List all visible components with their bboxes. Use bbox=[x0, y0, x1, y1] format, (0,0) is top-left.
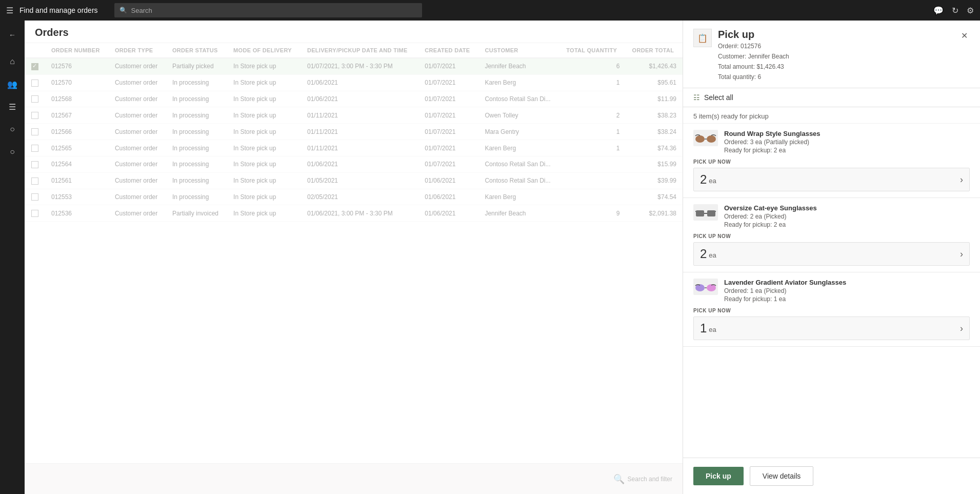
pick-up-label: PICK UP NOW bbox=[693, 308, 970, 313]
qty-chevron-right[interactable]: › bbox=[960, 323, 963, 334]
pick-up-qty-row[interactable]: 1 ea › bbox=[693, 317, 970, 340]
topbar-actions: 💬 ↻ ⚙ bbox=[933, 6, 974, 15]
cell-order-status: In processing bbox=[166, 189, 227, 205]
svg-point-1 bbox=[707, 135, 716, 143]
table-row[interactable]: 012553 Customer order In processing In S… bbox=[25, 189, 683, 205]
col-total-qty[interactable]: TOTAL QUANTITY bbox=[560, 43, 626, 58]
cell-created-date: 01/07/2021 bbox=[418, 91, 478, 107]
table-row[interactable]: 012576 Customer order Partially picked I… bbox=[25, 58, 683, 74]
row-checkbox-cell[interactable] bbox=[25, 172, 45, 189]
cell-order-total: $38.23 bbox=[626, 107, 683, 124]
table-row[interactable]: 012567 Customer order In processing In S… bbox=[25, 107, 683, 124]
cell-customer: Karen Berg bbox=[478, 140, 560, 156]
orders-table-wrapper: ORDER NUMBER ORDER TYPE ORDER STATUS MOD… bbox=[25, 43, 683, 463]
cell-order-type: Customer order bbox=[109, 140, 166, 156]
nav-list[interactable]: ☰ bbox=[2, 96, 23, 117]
cell-order-type: Customer order bbox=[109, 58, 166, 74]
nav-circle1[interactable]: ○ bbox=[2, 119, 23, 140]
nav-circle2[interactable]: ○ bbox=[2, 142, 23, 162]
svg-point-9 bbox=[707, 284, 716, 291]
cell-delivery-mode: In Store pick up bbox=[227, 91, 301, 107]
row-checkbox[interactable] bbox=[31, 95, 38, 103]
row-checkbox[interactable] bbox=[31, 161, 38, 168]
cell-customer: Contoso Retail San Di... bbox=[478, 172, 560, 189]
cell-delivery-date: 01/06/2021 bbox=[301, 74, 418, 91]
qty-chevron-right[interactable]: › bbox=[960, 249, 963, 260]
svg-point-8 bbox=[695, 284, 705, 291]
nav-users[interactable]: 👥 bbox=[2, 74, 23, 94]
row-checkbox-cell[interactable] bbox=[25, 189, 45, 205]
product-item: Lavender Gradient Aviator Sunglasses Ord… bbox=[683, 272, 980, 347]
table-row[interactable]: 012564 Customer order In processing In S… bbox=[25, 156, 683, 172]
col-order-status[interactable]: ORDER STATUS bbox=[166, 43, 227, 58]
row-checkbox[interactable] bbox=[31, 112, 38, 119]
table-row[interactable]: 012568 Customer order In processing In S… bbox=[25, 91, 683, 107]
refresh-icon[interactable]: ↻ bbox=[952, 6, 958, 15]
chat-icon[interactable]: 💬 bbox=[933, 6, 944, 15]
cell-total-qty: 1 bbox=[560, 124, 626, 140]
cell-order-total: $11.99 bbox=[626, 91, 683, 107]
panel-total-qty: Total quantity: 6 bbox=[718, 72, 789, 82]
row-checkbox[interactable] bbox=[31, 80, 38, 87]
col-customer[interactable]: CUSTOMER bbox=[478, 43, 560, 58]
row-checkbox-cell[interactable] bbox=[25, 107, 45, 124]
top-bar: ☰ Find and manage orders 🔍 💬 ↻ ⚙ bbox=[0, 0, 980, 21]
col-order-type[interactable]: ORDER TYPE bbox=[109, 43, 166, 58]
row-checkbox[interactable] bbox=[31, 210, 38, 217]
select-all-header[interactable] bbox=[25, 43, 45, 58]
row-checkbox[interactable] bbox=[31, 193, 38, 201]
row-checkbox[interactable] bbox=[31, 177, 38, 185]
items-ready-label: 5 item(s) ready for pickup bbox=[683, 107, 980, 124]
qty-chevron-right[interactable]: › bbox=[960, 174, 963, 185]
col-order-number[interactable]: ORDER NUMBER bbox=[45, 43, 109, 58]
back-button[interactable]: ← bbox=[2, 25, 23, 45]
row-checkbox-cell[interactable] bbox=[25, 140, 45, 156]
row-checkbox-cell[interactable] bbox=[25, 205, 45, 222]
pick-up-qty-row[interactable]: 2 ea › bbox=[693, 242, 970, 266]
cell-customer: Contoso Retail San Di... bbox=[478, 156, 560, 172]
row-checkbox-cell[interactable] bbox=[25, 74, 45, 91]
col-delivery-date[interactable]: DELIVERY/PICKUP DATE AND TIME bbox=[301, 43, 418, 58]
product-info: Round Wrap Style Sunglasses Ordered: 3 e… bbox=[724, 130, 970, 154]
col-created-date[interactable]: CREATED DATE bbox=[418, 43, 478, 58]
panel-close-button[interactable]: ✕ bbox=[959, 29, 970, 43]
table-row[interactable]: 012570 Customer order In processing In S… bbox=[25, 74, 683, 91]
col-delivery-mode[interactable]: MODE OF DELIVERY bbox=[227, 43, 301, 58]
row-checkbox-cell[interactable] bbox=[25, 156, 45, 172]
pick-up-label: PICK UP NOW bbox=[693, 159, 970, 165]
nav-home[interactable]: ⌂ bbox=[2, 51, 23, 72]
search-input[interactable] bbox=[131, 7, 417, 14]
col-order-total[interactable]: ORDER TOTAL bbox=[626, 43, 683, 58]
cell-total-qty: 1 bbox=[560, 140, 626, 156]
row-checkbox-cell[interactable] bbox=[25, 91, 45, 107]
cell-order-total: $74.36 bbox=[626, 140, 683, 156]
cell-order-status: In processing bbox=[166, 91, 227, 107]
cell-order-number: 012564 bbox=[45, 156, 109, 172]
panel-header: 📋 Pick up Order#: 012576 Customer: Jenni… bbox=[683, 21, 980, 88]
table-row[interactable]: 012565 Customer order In processing In S… bbox=[25, 140, 683, 156]
global-search[interactable]: 🔍 bbox=[114, 3, 422, 17]
pick-up-label: PICK UP NOW bbox=[693, 233, 970, 239]
row-checkbox[interactable] bbox=[31, 145, 38, 152]
menu-icon[interactable]: ☰ bbox=[6, 6, 13, 15]
cell-customer: Owen Tolley bbox=[478, 107, 560, 124]
cell-total-qty: 2 bbox=[560, 107, 626, 124]
search-and-filter[interactable]: 🔍 Search and filter bbox=[613, 473, 672, 485]
cell-delivery-mode: In Store pick up bbox=[227, 107, 301, 124]
table-row[interactable]: 012536 Customer order Partially invoiced… bbox=[25, 205, 683, 222]
select-all-label[interactable]: Select all bbox=[704, 93, 733, 102]
table-row[interactable]: 012561 Customer order In processing In S… bbox=[25, 172, 683, 189]
cell-created-date: 01/06/2021 bbox=[418, 189, 478, 205]
cell-order-number: 012567 bbox=[45, 107, 109, 124]
row-checkbox[interactable] bbox=[31, 63, 38, 70]
view-details-button[interactable]: View details bbox=[750, 466, 813, 486]
pickup-button[interactable]: Pick up bbox=[693, 467, 744, 485]
row-checkbox[interactable] bbox=[31, 128, 38, 135]
settings-icon[interactable]: ⚙ bbox=[967, 6, 974, 15]
table-row[interactable]: 012566 Customer order In processing In S… bbox=[25, 124, 683, 140]
row-checkbox-cell[interactable] bbox=[25, 124, 45, 140]
row-checkbox-cell[interactable] bbox=[25, 58, 45, 74]
svg-point-0 bbox=[695, 135, 705, 143]
search-icon: 🔍 bbox=[119, 7, 127, 14]
pick-up-qty-row[interactable]: 2 ea › bbox=[693, 168, 970, 191]
